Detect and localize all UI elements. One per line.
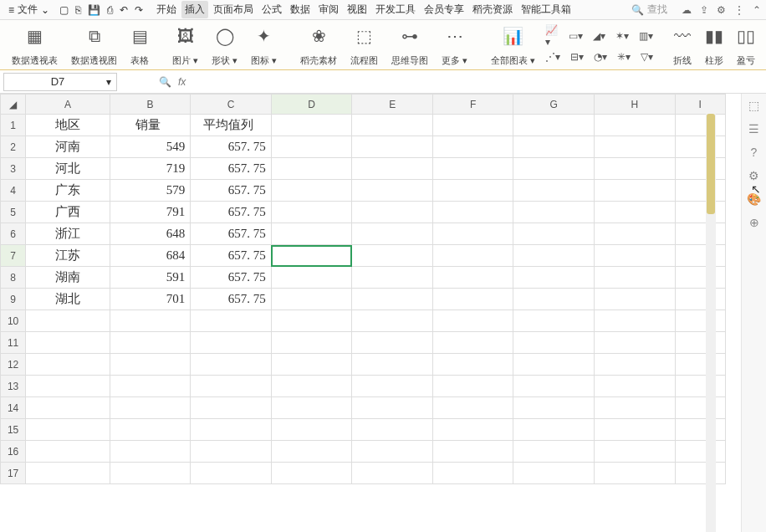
rib-mindmap[interactable]: ⊶ 思维导图: [386, 23, 433, 67]
rib-table[interactable]: ▤ 表格: [125, 23, 154, 67]
cell-C16[interactable]: [191, 441, 272, 463]
cell-E12[interactable]: [352, 354, 433, 376]
cell-D6[interactable]: [271, 223, 352, 245]
cell-G8[interactable]: [513, 267, 595, 289]
cell-C11[interactable]: [191, 332, 272, 354]
cell-B6[interactable]: 648: [110, 223, 191, 245]
cell-G13[interactable]: [513, 376, 595, 397]
cell-E10[interactable]: [352, 310, 433, 332]
tab-dev[interactable]: 开发工具: [372, 1, 419, 18]
cell-G2[interactable]: [513, 136, 595, 158]
col-header-E[interactable]: E: [352, 95, 433, 115]
cell-G4[interactable]: [513, 180, 595, 202]
cell-H5[interactable]: [595, 202, 676, 223]
cell-F12[interactable]: [432, 354, 513, 376]
cell-H12[interactable]: [595, 354, 676, 376]
cell-F15[interactable]: [432, 419, 513, 441]
cell-B15[interactable]: [110, 419, 191, 441]
mini-area-icon[interactable]: ◢▾: [591, 23, 607, 49]
cell-H6[interactable]: [595, 223, 676, 245]
rib-icons[interactable]: ✦ 图标 ▾: [246, 23, 282, 67]
cell-A7[interactable]: 江苏: [26, 245, 110, 267]
cell-G14[interactable]: [513, 397, 595, 419]
mini-line-icon[interactable]: 📈▾: [544, 23, 560, 49]
col-header-H[interactable]: H: [595, 95, 676, 115]
cell-H10[interactable]: [595, 310, 676, 332]
row-header-6[interactable]: 6: [1, 223, 26, 245]
cell-C10[interactable]: [191, 310, 272, 332]
cell-F1[interactable]: [432, 115, 513, 136]
rib-pivot-table[interactable]: ▦ 数据透视表: [7, 23, 63, 67]
cell-B10[interactable]: [110, 310, 191, 332]
tab-pagelayout[interactable]: 页面布局: [210, 1, 257, 18]
tab-smart[interactable]: 智能工具箱: [518, 1, 574, 18]
vertical-scrollbar[interactable]: [706, 114, 716, 532]
cell-G5[interactable]: [513, 202, 595, 223]
cell-C7[interactable]: 657. 75: [191, 245, 272, 267]
qa-new-icon[interactable]: ▢: [59, 4, 69, 16]
cell-E5[interactable]: [352, 202, 433, 223]
row-header-16[interactable]: 16: [1, 441, 26, 463]
share-icon[interactable]: ⇪: [700, 4, 708, 16]
settings-icon[interactable]: ⚙: [717, 4, 726, 16]
cell-B11[interactable]: [110, 332, 191, 354]
rail-style-icon[interactable]: 🎨: [747, 192, 761, 206]
cell-E9[interactable]: [352, 289, 433, 310]
cell-H14[interactable]: [595, 397, 676, 419]
cell-B14[interactable]: [110, 397, 191, 419]
mini-scatter-icon[interactable]: ⋰▾: [544, 50, 562, 64]
cell-D2[interactable]: [271, 136, 352, 158]
mini-pie-icon[interactable]: ◔▾: [592, 50, 609, 64]
cell-I17[interactable]: [675, 463, 725, 484]
rail-layers-icon[interactable]: ☰: [748, 122, 759, 136]
cell-A6[interactable]: 浙江: [26, 223, 110, 245]
cell-G9[interactable]: [513, 289, 595, 310]
cell-I15[interactable]: [675, 419, 725, 441]
qa-save-icon[interactable]: 💾: [88, 4, 100, 16]
qa-undo-icon[interactable]: ↶: [120, 4, 128, 16]
cell-E13[interactable]: [352, 376, 433, 397]
tab-formula[interactable]: 公式: [258, 1, 285, 18]
row-header-10[interactable]: 10: [1, 310, 26, 332]
cell-G16[interactable]: [513, 441, 595, 463]
cell-D1[interactable]: [271, 115, 352, 136]
cell-H3[interactable]: [595, 158, 676, 180]
cell-B8[interactable]: 591: [110, 267, 191, 289]
mini-bar-icon[interactable]: ▭▾: [567, 23, 585, 49]
tab-start[interactable]: 开始: [153, 1, 180, 18]
cell-D12[interactable]: [271, 354, 352, 376]
cell-G7[interactable]: [513, 245, 595, 267]
cell-B16[interactable]: [110, 441, 191, 463]
cell-F3[interactable]: [432, 158, 513, 180]
cell-C9[interactable]: 657. 75: [191, 289, 272, 310]
cell-B17[interactable]: [110, 463, 191, 484]
select-all-corner[interactable]: ◢: [1, 95, 26, 115]
row-header-7[interactable]: 7: [1, 245, 26, 267]
cell-C12[interactable]: [191, 354, 272, 376]
cell-F14[interactable]: [432, 397, 513, 419]
cell-D17[interactable]: [271, 463, 352, 484]
fx-icon[interactable]: fx: [178, 76, 186, 88]
cell-F10[interactable]: [432, 310, 513, 332]
col-header-G[interactable]: G: [513, 95, 595, 115]
qa-print-icon[interactable]: ⎙: [107, 4, 113, 16]
cell-E1[interactable]: [352, 115, 433, 136]
cell-B7[interactable]: 684: [110, 245, 191, 267]
col-header-C[interactable]: C: [191, 95, 272, 115]
cell-C14[interactable]: [191, 397, 272, 419]
cell-E2[interactable]: [352, 136, 433, 158]
cell-F7[interactable]: [432, 245, 513, 267]
cell-G17[interactable]: [513, 463, 595, 484]
cell-F8[interactable]: [432, 267, 513, 289]
cell-H2[interactable]: [595, 136, 676, 158]
rib-pivot-chart[interactable]: ⧉ 数据透视图: [66, 23, 122, 67]
cell-E7[interactable]: [352, 245, 433, 267]
cell-D5[interactable]: [271, 202, 352, 223]
cell-D10[interactable]: [271, 310, 352, 332]
tab-docer[interactable]: 稻壳资源: [469, 1, 516, 18]
cell-F13[interactable]: [432, 376, 513, 397]
cell-A11[interactable]: [26, 332, 110, 354]
cell-I6[interactable]: [675, 223, 725, 245]
row-header-8[interactable]: 8: [1, 267, 26, 289]
row-header-17[interactable]: 17: [1, 463, 26, 484]
